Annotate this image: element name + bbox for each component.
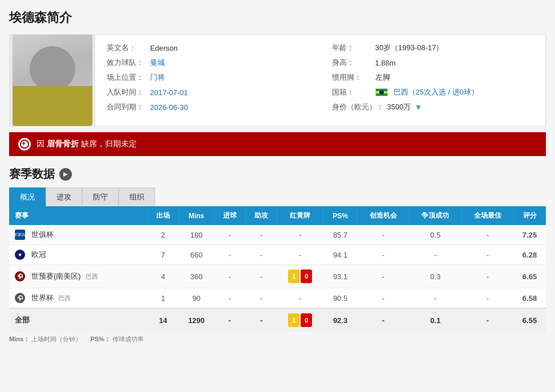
club-value[interactable]: 曼城	[150, 58, 165, 68]
apps-cell: 2	[147, 225, 179, 245]
motm-cell: -	[461, 265, 513, 288]
red-card-icon: 0	[301, 270, 312, 283]
apps-cell: 7	[147, 245, 179, 265]
medical-cross-icon	[20, 140, 29, 149]
height-label: 身高：	[332, 58, 372, 68]
value-amount: 3500万	[387, 102, 411, 112]
col-chances: 创造机会	[357, 206, 409, 225]
comp-cell-inner: ★ 欧冠	[15, 250, 144, 260]
total-card-badges: 1 0	[281, 313, 320, 327]
col-goals: 进球	[214, 206, 245, 225]
total-label: 全部	[9, 308, 147, 332]
total-rating: 6.55	[514, 308, 546, 332]
rating-cell: 7.25	[514, 225, 546, 245]
height-value: 1.88m	[375, 59, 396, 67]
season-title: 赛季数据	[9, 166, 55, 182]
nationality-label: 国籍：	[332, 87, 372, 97]
age-value: 30岁（1993-08-17）	[375, 43, 444, 53]
injury-icon	[18, 138, 31, 150]
table-row: ★ 欧冠 7 660 - - - 94.1 - - - 6.28	[9, 245, 546, 265]
comp-icon: ⚽	[15, 293, 25, 303]
injury-text: 因 眉骨骨折 缺席，归期未定	[37, 139, 137, 149]
value-label: 身价（欧元）：	[332, 102, 384, 112]
name-row: 英文名： Ederson	[107, 43, 309, 53]
comp-icon: ⚽	[15, 271, 25, 281]
transfer-value: 3500万 ▼	[387, 102, 423, 112]
stats-table: 赛事 出场 Mins 进球 助攻 红黄牌 PS% 创造机会 争顶成功 全场最佳 …	[9, 206, 546, 332]
aerial-cell: -	[410, 288, 461, 309]
total-chances: -	[357, 308, 409, 332]
name-value: Ederson	[150, 44, 177, 52]
goals-cell: -	[214, 225, 245, 245]
comp-cell-inner: ⚽ 世界杯 巴西	[15, 293, 144, 303]
nationality-value[interactable]: 巴西（25次入选 / 进0球）	[394, 87, 479, 97]
trend-down-icon: ▼	[414, 103, 422, 112]
player-photo-placeholder	[13, 35, 92, 126]
cards-cell: -	[277, 245, 323, 265]
mins-cell: 660	[179, 245, 214, 265]
rating-cell: 6.65	[514, 265, 546, 288]
aerial-cell: 0.5	[410, 225, 461, 245]
assists-cell: -	[245, 288, 277, 309]
ps-cell: 90.5	[323, 288, 357, 309]
tab-overview[interactable]: 概况	[9, 187, 46, 206]
col-competition: 赛事	[9, 206, 147, 225]
table-row: ⚽ 世界杯 巴西 1 90 - - - 90.5 - - - 6.58	[9, 288, 546, 309]
tab-defense[interactable]: 防守	[82, 187, 119, 206]
col-motm: 全场最佳	[461, 206, 513, 225]
chances-cell: -	[357, 265, 409, 288]
join-label: 入队时间：	[107, 87, 147, 97]
total-cards: 1 0	[277, 308, 323, 332]
tab-attack[interactable]: 进攻	[46, 187, 82, 206]
injury-text-pre: 因	[37, 139, 44, 148]
rating-cell: 6.28	[514, 245, 546, 265]
total-mins: 1290	[179, 308, 214, 332]
foot-row: 惯用脚： 左脚	[332, 72, 534, 83]
info-col-left: 英文名： Ederson 效力球队： 曼城 场上位置： 门将 入队时间： 201…	[107, 43, 309, 118]
comp-name: 欧冠	[31, 250, 46, 260]
contract-row: 合同到期： 2026-06-30	[107, 102, 309, 112]
position-value[interactable]: 门将	[150, 72, 165, 83]
col-rating: 评分	[514, 206, 546, 225]
note-ps-label: PS%：	[90, 336, 110, 342]
card-badges: 1 0	[281, 270, 320, 283]
page-container: 埃德森简介 英文名： Ederson 效力球队： 曼城 场上位置： 门将	[0, 0, 555, 353]
motm-cell: -	[461, 225, 513, 245]
goals-cell: -	[214, 265, 245, 288]
ps-cell: 85.7	[323, 225, 357, 245]
foot-value: 左脚	[375, 72, 390, 83]
comp-cell: ★ 欧冠	[9, 245, 147, 265]
value-row: 身价（欧元）： 3500万 ▼	[332, 102, 534, 112]
mins-cell: 90	[179, 288, 214, 309]
apps-cell: 1	[147, 288, 179, 309]
col-mins: Mins	[179, 206, 214, 225]
tab-organization[interactable]: 组织	[119, 187, 155, 206]
red-card-badge: 0	[301, 313, 312, 327]
join-row: 入队时间： 2017-07-01	[107, 87, 309, 97]
table-row: ⚽ 世预赛(南美区) 巴西 4 360 - - 1 0 93.1 - 0.3 -…	[9, 265, 546, 288]
season-nav-icon[interactable]: ►	[59, 168, 72, 181]
stats-tbody: FIFA 世俱杯 2 180 - - - 85.7 - 0.5 - 7.25 ★…	[9, 225, 546, 308]
mins-cell: 180	[179, 225, 214, 245]
info-col-right: 年龄： 30岁（1993-08-17） 身高： 1.88m 惯用脚： 左脚 国籍…	[332, 43, 534, 118]
rating-cell: 6.58	[514, 288, 546, 309]
goals-cell: -	[214, 288, 245, 309]
join-value[interactable]: 2017-07-01	[150, 88, 188, 97]
cards-cell: 1 0	[277, 265, 323, 288]
chances-cell: -	[357, 245, 409, 265]
contract-value[interactable]: 2026-06-30	[150, 103, 188, 112]
mins-cell: 360	[179, 265, 214, 288]
cards-cell: -	[277, 225, 323, 245]
page-title: 埃德森简介	[9, 9, 546, 26]
ps-cell: 93.1	[323, 265, 357, 288]
ps-cell: 94.1	[323, 245, 357, 265]
apps-cell: 4	[147, 265, 179, 288]
position-row: 场上位置： 门将	[107, 72, 309, 83]
total-assists: -	[245, 308, 277, 332]
table-total-row: 全部 14 1290 - - 1 0 92.3 - 0.1 - 6.	[9, 308, 546, 332]
motm-cell: -	[461, 245, 513, 265]
aerial-cell: -	[410, 245, 461, 265]
comp-name: 世预赛(南美区)	[31, 271, 81, 281]
injury-banner: 因 眉骨骨折 缺席，归期未定	[9, 132, 546, 156]
total-apps: 14	[147, 308, 179, 332]
